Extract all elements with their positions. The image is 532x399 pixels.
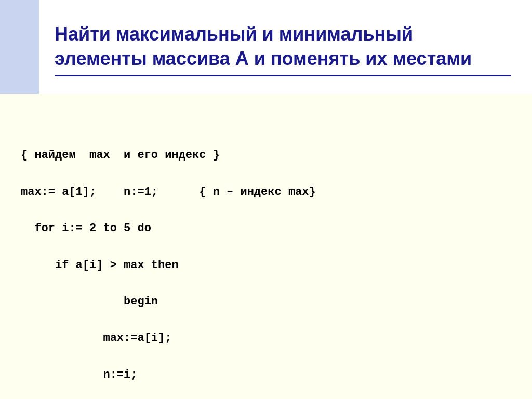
title-area: Найти максимальный и минимальный элемент…: [39, 0, 532, 94]
code-line-6: max:=a[i];: [21, 329, 511, 347]
code-line-1: { найдем max и его индекс }: [21, 146, 511, 164]
title-line2: элементы массива А и поменять их местами: [55, 48, 472, 69]
code-line-3: for i:= 2 to 5 do: [21, 219, 511, 237]
code-line-4: if a[i] > max then: [21, 256, 511, 274]
code-section: { найдем max и его индекс } max:= a[1]; …: [0, 94, 532, 399]
title-line1: Найти максимальный и минимальный: [55, 23, 413, 45]
code-line-7: n:=i;: [21, 366, 511, 384]
header-section: Найти максимальный и минимальный элемент…: [0, 0, 532, 94]
code-block: { найдем max и его индекс } max:= a[1]; …: [21, 110, 511, 399]
code-line-5: begin: [21, 292, 511, 311]
code-line-2: max:= a[1]; n:=1; { n – индекс max}: [21, 183, 511, 201]
left-accent-bar: [0, 0, 39, 94]
slide-title: Найти максимальный и минимальный элемент…: [55, 22, 511, 77]
slide-container: Найти максимальный и минимальный элемент…: [0, 0, 532, 399]
